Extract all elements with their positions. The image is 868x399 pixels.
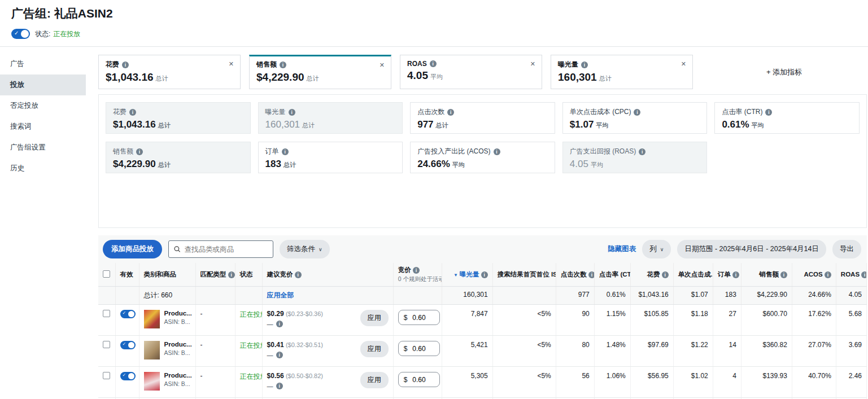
info-icon[interactable]	[639, 148, 645, 155]
row-toggle[interactable]: ✓	[120, 372, 136, 380]
col-clicks[interactable]: 点击次数	[556, 263, 594, 287]
tile-roas[interactable]: 广告支出回报 (ROAS) 4.05平均	[562, 142, 708, 173]
sidebar-item-negative-targeting[interactable]: 否定投放	[0, 95, 86, 116]
row-checkbox[interactable]	[103, 310, 110, 317]
bid-input[interactable]	[412, 345, 434, 353]
filter-button[interactable]: 筛选条件∨	[280, 240, 330, 258]
close-icon[interactable]: ✕	[229, 60, 234, 68]
product-thumbnail	[144, 372, 160, 391]
col-spend[interactable]: 花费	[630, 263, 673, 287]
info-icon[interactable]	[732, 271, 739, 278]
sidebar-item-history[interactable]: 历史	[0, 158, 86, 179]
close-icon[interactable]: ✕	[380, 62, 385, 69]
product-name[interactable]: Produc...	[164, 341, 192, 348]
col-ctr[interactable]: 点击率 (CTR	[594, 263, 630, 287]
apply-button[interactable]: 应用	[360, 341, 389, 357]
col-enabled: 有效	[115, 263, 139, 287]
info-icon[interactable]	[481, 271, 488, 278]
sidebar-item-adgroup-settings[interactable]: 广告组设置	[0, 137, 86, 158]
bid-input[interactable]	[412, 376, 434, 384]
sidebar-item-targeting[interactable]: 投放	[0, 74, 86, 95]
hide-chart-link[interactable]: 隐藏图表	[608, 244, 636, 254]
col-orders[interactable]: 订单	[713, 263, 741, 287]
apply-all-link[interactable]: 应用全部	[267, 291, 294, 299]
col-impressions[interactable]: ▼曝光量	[442, 263, 492, 287]
info-icon[interactable]	[280, 62, 286, 68]
info-icon[interactable]	[662, 271, 669, 278]
metric-card-sales[interactable]: 销售额 ✕ $4,229.90总计	[249, 55, 391, 89]
add-product-targets-button[interactable]: 添加商品投放	[103, 240, 162, 258]
info-icon[interactable]	[413, 267, 420, 274]
search-box[interactable]	[168, 240, 273, 258]
tile-cpc[interactable]: 单次点击成本 (CPC) $1.07平均	[562, 102, 708, 134]
bid-input[interactable]	[412, 314, 434, 322]
add-metric-button[interactable]: + 添加指标	[701, 55, 867, 89]
targeting-table: 有效 类别和商品 匹配类型 状态 建议竞价 竞价 0 个规则处于活动状 ▼曝光量…	[98, 263, 867, 399]
close-icon[interactable]: ✕	[681, 60, 686, 68]
info-icon[interactable]	[825, 271, 831, 278]
info-icon[interactable]	[129, 109, 136, 116]
date-range-button[interactable]: 日期范围 - 2025年4月6日 - 2025年4月14日	[677, 240, 826, 258]
select-all-checkbox[interactable]	[103, 270, 110, 278]
tile-spend[interactable]: 花费 $1,043.16总计	[106, 102, 251, 134]
info-icon[interactable]	[136, 148, 143, 155]
info-icon[interactable]	[581, 62, 588, 68]
row-toggle[interactable]: ✓	[120, 341, 136, 349]
info-icon[interactable]	[588, 271, 594, 278]
bid-input-box[interactable]: $	[398, 310, 440, 325]
row-checkbox[interactable]	[103, 341, 110, 348]
bid-input-box[interactable]: $	[398, 372, 440, 387]
col-roas[interactable]: ROAS	[836, 263, 866, 287]
metrics-panel: 花费 $1,043.16总计 曝光量 160,301总计 点击次数 977总计 …	[98, 94, 867, 228]
metric-card-roas[interactable]: ROAS ✕ 4.05平均	[400, 55, 542, 89]
info-icon[interactable]	[282, 148, 289, 155]
info-icon[interactable]	[289, 109, 295, 116]
col-sales[interactable]: 销售额	[741, 263, 792, 287]
row-toggle[interactable]: ✓	[120, 310, 136, 318]
col-acos[interactable]: ACOS	[792, 263, 836, 287]
col-status: 状态	[235, 263, 262, 287]
tile-sales[interactable]: 销售额 $4,229.90总计	[106, 142, 251, 173]
row-checkbox[interactable]	[103, 372, 110, 379]
col-bid[interactable]: 竞价 0 个规则处于活动状	[393, 263, 442, 287]
bid-input-box[interactable]: $	[398, 341, 440, 356]
metric-card-spend[interactable]: 花费 ✕ $1,043.16总计	[98, 55, 241, 89]
info-icon[interactable]	[295, 271, 302, 278]
product-name[interactable]: Produc...	[164, 310, 192, 317]
page-header: 广告组: 礼品ASIN2 ✓ 状态: 正在投放	[0, 0, 868, 39]
info-icon[interactable]	[276, 321, 283, 327]
adgroup-status-toggle[interactable]: ✓	[11, 29, 30, 39]
info-icon[interactable]	[122, 62, 129, 68]
info-icon[interactable]	[494, 148, 500, 155]
tile-clicks[interactable]: 点击次数 977总计	[410, 102, 555, 134]
info-icon[interactable]	[430, 60, 437, 67]
sidebar-item-search-terms[interactable]: 搜索词	[0, 116, 86, 137]
col-top-of-search-is[interactable]: 搜索结果首页首位 IS	[492, 263, 556, 287]
metric-card-impressions[interactable]: 曝光量 ✕ 160,301总计	[551, 55, 693, 89]
col-cpc[interactable]: 单次点击成...	[673, 263, 713, 287]
info-icon[interactable]	[447, 109, 454, 116]
tile-impressions[interactable]: 曝光量 160,301总计	[258, 102, 403, 134]
info-icon[interactable]	[780, 271, 787, 278]
apply-button[interactable]: 应用	[360, 372, 389, 388]
info-icon[interactable]	[276, 352, 283, 358]
info-icon[interactable]	[276, 383, 283, 389]
tile-acos[interactable]: 广告投入产出比 (ACOS) 24.66%平均	[410, 142, 555, 173]
info-icon[interactable]	[634, 109, 640, 116]
search-input[interactable]	[185, 245, 268, 253]
apply-button[interactable]: 应用	[360, 310, 389, 326]
close-icon[interactable]: ✕	[530, 60, 535, 68]
info-icon[interactable]	[765, 109, 772, 116]
info-icon[interactable]	[228, 271, 235, 278]
tile-ctr[interactable]: 点击率 (CTR) 0.61%平均	[714, 102, 860, 134]
status-label: 状态:	[35, 29, 50, 39]
summary-row: 总计: 660 应用全部 160,301 977 0.61% $1,043.16…	[98, 287, 867, 305]
col-match-type[interactable]: 匹配类型	[195, 263, 235, 287]
sidebar-item-ads[interactable]: 广告	[0, 54, 86, 74]
col-suggested-bid[interactable]: 建议竞价	[262, 263, 393, 287]
columns-button[interactable]: 列∨	[642, 240, 671, 258]
tile-orders[interactable]: 订单 183总计	[258, 142, 403, 173]
export-button[interactable]: 导出	[832, 240, 861, 258]
product-name[interactable]: Produc...	[164, 372, 192, 379]
info-icon[interactable]	[861, 271, 866, 278]
